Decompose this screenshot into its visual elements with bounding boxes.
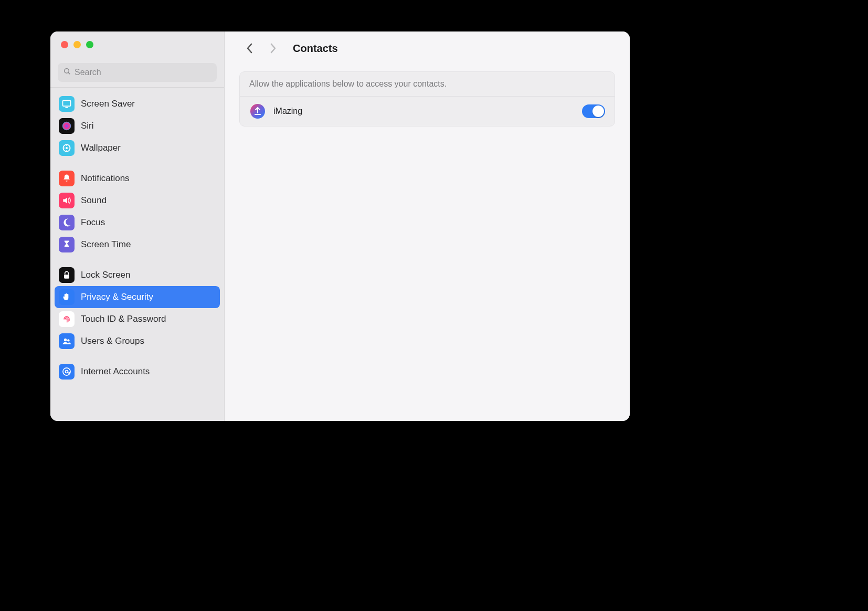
lock-icon (59, 267, 75, 283)
system-settings-window: Screen SaverSiriWallpaperNotificationsSo… (50, 31, 630, 421)
content-header: Contacts (225, 31, 630, 65)
minimize-button[interactable] (73, 41, 81, 48)
app-name: iMazing (273, 107, 302, 116)
speaker-icon (59, 193, 75, 208)
sidebar-item-label: Privacy & Security (81, 292, 153, 302)
sidebar-item-sound[interactable]: Sound (55, 189, 220, 212)
close-button[interactable] (61, 41, 68, 48)
sidebar-item-label: Screen Saver (81, 99, 135, 109)
sidebar-item-lock-screen[interactable]: Lock Screen (55, 264, 220, 286)
svg-point-0 (65, 69, 69, 73)
bell-icon (59, 171, 75, 186)
sidebar-item-privacy-security[interactable]: Privacy & Security (55, 286, 220, 308)
sidebar-nav: Screen SaverSiriWallpaperNotificationsSo… (50, 88, 224, 421)
hourglass-icon (59, 237, 75, 252)
page-title: Contacts (293, 43, 338, 55)
svg-point-4 (62, 122, 71, 131)
sidebar-item-screen-saver[interactable]: Screen Saver (55, 93, 220, 115)
window-controls (50, 31, 224, 57)
contacts-access-panel: Allow the applications below to access y… (239, 71, 615, 127)
search-field[interactable] (58, 63, 217, 82)
moon-icon (59, 215, 75, 230)
sidebar-item-notifications[interactable]: Notifications (55, 167, 220, 189)
app-icon (249, 103, 266, 120)
sidebar-item-label: Users & Groups (81, 336, 144, 346)
panel-description: Allow the applications below to access y… (240, 72, 615, 97)
sidebar-item-label: Internet Accounts (81, 366, 150, 377)
sidebar-item-label: Touch ID & Password (81, 314, 166, 324)
app-row: iMazing (240, 97, 615, 126)
svg-point-14 (63, 368, 70, 375)
svg-rect-3 (66, 107, 68, 108)
sidebar-item-label: Sound (81, 195, 107, 206)
sidebar-item-label: Wallpaper (81, 143, 121, 153)
sidebar-item-users-groups[interactable]: Users & Groups (55, 330, 220, 352)
sidebar-item-label: Lock Screen (81, 270, 131, 280)
sidebar-item-label: Screen Time (81, 239, 131, 250)
sidebar-item-label: Notifications (81, 173, 130, 184)
screen-saver-icon (59, 96, 75, 112)
sidebar-item-focus[interactable]: Focus (55, 212, 220, 234)
forward-button[interactable] (267, 42, 279, 55)
sidebar-item-siri[interactable]: Siri (55, 115, 220, 137)
at-icon (59, 364, 75, 380)
users-icon (59, 333, 75, 349)
zoom-button[interactable] (86, 41, 93, 48)
fingerprint-icon (59, 311, 75, 327)
back-button[interactable] (244, 42, 256, 55)
search-container (50, 57, 224, 87)
sidebar-item-touch-id[interactable]: Touch ID & Password (55, 308, 220, 330)
search-input[interactable] (75, 68, 211, 77)
wallpaper-icon (59, 140, 75, 156)
sidebar-item-internet-accounts[interactable]: Internet Accounts (55, 361, 220, 383)
sidebar: Screen SaverSiriWallpaperNotificationsSo… (50, 31, 225, 421)
sidebar-item-label: Siri (81, 121, 94, 131)
hand-icon (59, 289, 75, 305)
access-toggle[interactable] (582, 104, 605, 118)
sidebar-item-label: Focus (81, 217, 105, 228)
sidebar-item-screen-time[interactable]: Screen Time (55, 234, 220, 256)
svg-line-1 (68, 72, 70, 74)
svg-rect-2 (63, 100, 71, 106)
svg-rect-11 (64, 275, 69, 279)
search-icon (63, 67, 71, 78)
svg-point-13 (67, 339, 69, 341)
sidebar-item-wallpaper[interactable]: Wallpaper (55, 137, 220, 159)
content-area: Contacts Allow the applications below to… (225, 31, 630, 421)
siri-icon (59, 118, 75, 134)
svg-point-6 (66, 147, 68, 149)
svg-point-12 (64, 339, 67, 341)
